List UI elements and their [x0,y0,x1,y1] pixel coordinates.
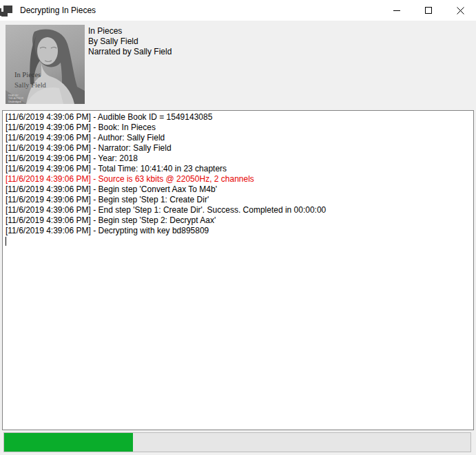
text-caret [6,237,6,246]
progress-bar [3,432,471,452]
log-line: [11/6/2019 4:39:06 PM] - Begin step 'Ste… [6,215,472,226]
cover-edition-text: Unabridged [8,100,21,103]
log-line: [11/6/2019 4:39:06 PM] - Narrator: Sally… [6,143,472,154]
book-info: In Pieces By Sally Field Narrated by Sal… [88,26,172,57]
cover-title-text: In Pieces [14,71,41,78]
log-line: [11/6/2019 4:39:06 PM] - Total Time: 10:… [6,164,472,174]
book-author: By Sally Field [88,36,172,47]
window-title: Decrypting In Pieces [20,0,96,21]
book-narrator: Narrated by Sally Field [88,47,172,57]
app-window: Decrypting In Pieces [0,0,476,455]
minimize-icon [393,10,400,11]
log-textbox[interactable]: [11/6/2019 4:39:06 PM] - Audible Book ID… [2,110,474,430]
log-line: [11/6/2019 4:39:06 PM] - Begin step 'Ste… [6,195,472,205]
app-window-icon [0,3,13,17]
close-button[interactable] [444,0,476,21]
maximize-button[interactable] [413,0,444,21]
cover-readby-line2: THE AUTHOR [8,97,23,100]
cover-author-text: Sally Field [14,81,47,89]
minimize-button[interactable] [381,0,413,21]
close-icon [457,7,464,14]
log-line: [11/6/2019 4:39:06 PM] - End step 'Step … [6,205,472,215]
log-lines: [11/6/2019 4:39:06 PM] - Audible Book ID… [6,112,472,236]
book-title: In Pieces [88,26,172,36]
log-line: [11/6/2019 4:39:06 PM] - Year: 2018 [6,154,472,164]
log-line: [11/6/2019 4:39:06 PM] - Begin step 'Con… [6,184,472,195]
log-line: [11/6/2019 4:39:06 PM] - Source is 63 kb… [6,174,472,184]
progress-fill [4,433,133,452]
log-line: [11/6/2019 4:39:06 PM] - Book: In Pieces [6,123,472,133]
log-line: [11/6/2019 4:39:06 PM] - Decrypting with… [6,226,472,236]
book-cover-image: In Pieces Sally Field READ BY THE AUTHOR… [6,25,85,104]
title-bar[interactable]: Decrypting In Pieces [0,0,476,21]
caret-line [6,236,472,246]
window-controls [381,0,476,21]
log-line: [11/6/2019 4:39:06 PM] - Author: Sally F… [6,133,472,143]
log-line: [11/6/2019 4:39:06 PM] - Audible Book ID… [6,112,472,123]
maximize-icon [425,7,432,14]
